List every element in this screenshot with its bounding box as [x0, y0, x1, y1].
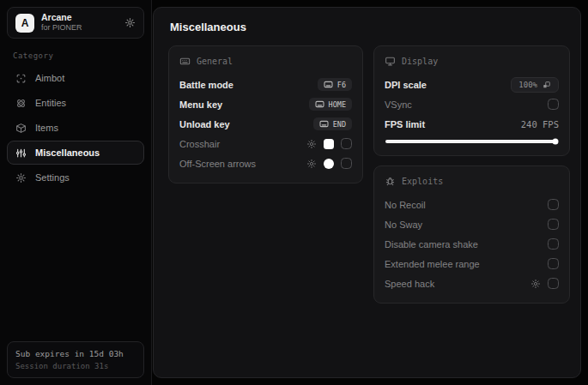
- setting-row-menu-key: Menu key HOME: [179, 94, 352, 114]
- slider-fill: [385, 140, 558, 143]
- dpi-scale-value: 100%: [518, 81, 537, 89]
- dpi-scale-select[interactable]: 100%: [511, 77, 559, 93]
- sidebar: A Arcane for PIONER Category Aimbot: [0, 0, 152, 385]
- disable-camera-shake-checkbox[interactable]: [548, 238, 559, 250]
- no-sway-checkbox[interactable]: [548, 219, 559, 230]
- setting-row-no-sway: No Sway: [385, 214, 559, 234]
- sidebar-item-items[interactable]: Items: [7, 116, 144, 140]
- gear-icon[interactable]: [124, 17, 136, 28]
- setting-label: Off-Screen arrows: [179, 159, 256, 169]
- exploits-card: Exploits No Recoil No Sway Disable camer…: [373, 165, 570, 304]
- setting-label: VSync: [385, 99, 412, 110]
- app-subtitle: for PIONER: [41, 23, 82, 33]
- sidebar-item-label: Aimbot: [35, 73, 64, 83]
- speed-hack-checkbox[interactable]: [548, 278, 559, 289]
- keybind-value: HOME: [329, 100, 346, 109]
- sidebar-item-miscellaneous[interactable]: Miscellaneous: [7, 141, 144, 165]
- page-title: Miscellaneous: [170, 21, 570, 33]
- keyboard-icon: [324, 81, 333, 88]
- setting-label: Crosshair: [179, 139, 220, 149]
- setting-row-unload-key: Unload key END: [179, 114, 352, 134]
- subscription-status: Sub expires in 15d 03h Session duration …: [7, 341, 144, 378]
- app-header: A Arcane for PIONER: [7, 7, 144, 39]
- setting-row-extended-melee-range: Extended melee range: [385, 254, 559, 274]
- exploits-card-title: Exploits: [402, 177, 443, 186]
- keybind-button[interactable]: F6: [318, 78, 352, 91]
- general-card-title: General: [197, 57, 233, 66]
- sidebar-item-label: Miscellaneous: [35, 147, 100, 158]
- sidebar-item-entities[interactable]: Entities: [7, 91, 144, 115]
- atom-icon: [15, 98, 27, 109]
- setting-label: No Sway: [385, 220, 422, 230]
- setting-label: Unload key: [179, 119, 230, 129]
- exploits-card-header: Exploits: [385, 176, 559, 187]
- keybind-value: F6: [337, 81, 346, 89]
- keybind-button[interactable]: HOME: [309, 98, 352, 111]
- gear-icon[interactable]: [530, 279, 541, 289]
- setting-row-no-recoil: No Recoil: [385, 195, 559, 214]
- keyboard-icon: [319, 120, 329, 128]
- sidebar-item-label: Settings: [35, 172, 70, 183]
- setting-row-speed-hack: Speed hack: [385, 274, 559, 293]
- fps-limit-slider[interactable]: [385, 140, 558, 143]
- setting-row-crosshair: Crosshair: [179, 134, 352, 153]
- display-card-title: Display: [402, 57, 438, 66]
- scale-icon: [543, 81, 551, 89]
- setting-row-offscreen-arrows: Off-Screen arrows: [179, 153, 352, 173]
- setting-row-battle-mode: Battle mode F6: [179, 75, 352, 94]
- sub-expiry-text: Sub expires in 15d 03h: [15, 349, 136, 358]
- category-label: Category: [13, 51, 138, 60]
- scan-icon: [15, 73, 27, 84]
- sidebar-item-settings[interactable]: Settings: [7, 165, 144, 189]
- sidebar-item-label: Entities: [35, 98, 66, 108]
- keyboard-icon: [179, 56, 191, 67]
- gear-icon[interactable]: [306, 159, 317, 169]
- setting-label: Disable camera shake: [385, 239, 478, 250]
- gear-icon: [15, 172, 27, 183]
- no-recoil-checkbox[interactable]: [548, 199, 559, 210]
- general-card: General Battle mode F6: [168, 45, 363, 183]
- keybind-button[interactable]: END: [313, 117, 352, 130]
- setting-label: Menu key: [179, 99, 222, 110]
- bug-icon: [385, 176, 396, 187]
- setting-label: Battle mode: [179, 80, 233, 90]
- setting-label: Speed hack: [385, 279, 434, 289]
- fps-limit-value: 240 FPS: [521, 119, 559, 129]
- setting-row-vsync: VSync: [385, 94, 559, 114]
- app-logo: A: [15, 14, 34, 33]
- app-meta: Arcane for PIONER: [41, 12, 82, 33]
- crosshair-checkbox[interactable]: [341, 138, 352, 149]
- setting-label: FPS limit: [385, 119, 425, 129]
- extended-melee-range-checkbox[interactable]: [548, 258, 559, 269]
- setting-label: DPI scale: [385, 80, 427, 90]
- session-duration-text: Session duration 31s: [15, 362, 136, 370]
- vsync-checkbox[interactable]: [548, 99, 559, 110]
- setting-row-fps-limit: FPS limit 240 FPS: [385, 114, 559, 134]
- package-icon: [15, 123, 27, 134]
- offscreen-arrows-checkbox[interactable]: [341, 158, 352, 169]
- display-card-header: Display: [385, 56, 559, 67]
- setting-label: No Recoil: [385, 200, 426, 210]
- sidebar-nav: Aimbot Entities Items: [7, 66, 144, 189]
- monitor-icon: [385, 56, 396, 67]
- color-swatch[interactable]: [324, 139, 334, 149]
- sidebar-item-label: Items: [35, 123, 58, 133]
- sliders-icon: [15, 147, 27, 159]
- slider-knob[interactable]: [553, 139, 559, 145]
- setting-row-dpi-scale: DPI scale 100%: [385, 75, 559, 94]
- gear-icon[interactable]: [306, 139, 317, 149]
- keyboard-icon: [315, 100, 324, 108]
- sidebar-item-aimbot[interactable]: Aimbot: [7, 66, 144, 90]
- setting-row-disable-camera-shake: Disable camera shake: [385, 234, 559, 254]
- main-panel: Miscellaneous General Battle mode: [153, 7, 581, 378]
- display-card: Display DPI scale 100%: [373, 45, 570, 156]
- setting-label: Extended melee range: [385, 259, 480, 269]
- general-card-header: General: [179, 56, 352, 67]
- keybind-value: END: [333, 120, 346, 129]
- color-swatch[interactable]: [324, 159, 334, 169]
- app-name: Arcane: [41, 12, 82, 23]
